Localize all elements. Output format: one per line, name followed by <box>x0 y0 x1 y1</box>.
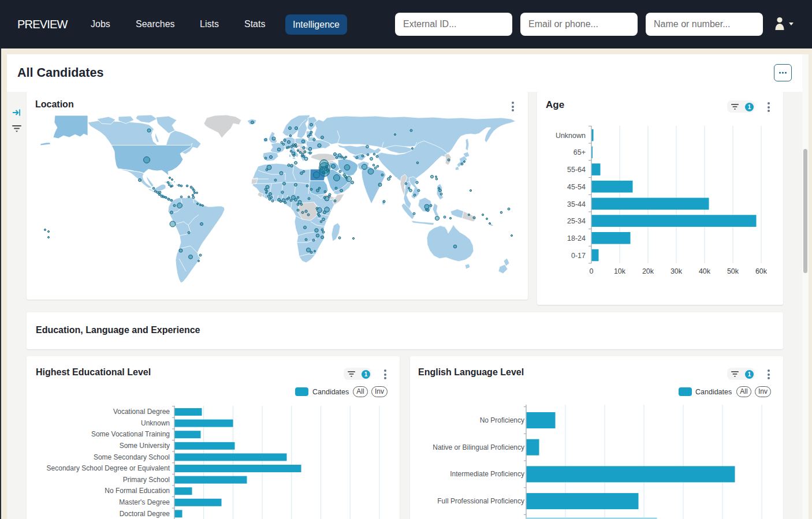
svg-text:35-44: 35-44 <box>567 200 586 208</box>
svg-text:Some Vocational Training: Some Vocational Training <box>91 430 170 438</box>
svg-text:Master's Degree: Master's Degree <box>119 498 170 506</box>
svg-text:Some University: Some University <box>120 442 170 450</box>
svg-text:18-24: 18-24 <box>567 234 586 242</box>
svg-text:20k: 20k <box>642 267 654 275</box>
svg-text:10k: 10k <box>614 267 626 275</box>
svg-text:25-34: 25-34 <box>567 217 586 225</box>
svg-text:No Proficiency: No Proficiency <box>480 416 524 424</box>
svg-text:Unknown: Unknown <box>141 419 170 427</box>
svg-text:50k: 50k <box>727 267 739 275</box>
svg-text:Primary School: Primary School <box>123 476 170 484</box>
svg-text:40k: 40k <box>699 267 711 275</box>
svg-text:Some Secondary School: Some Secondary School <box>94 453 170 461</box>
svg-text:Doctoral Degree: Doctoral Degree <box>120 510 170 518</box>
svg-text:60k: 60k <box>755 267 768 275</box>
svg-text:0: 0 <box>590 267 594 275</box>
svg-text:45-54: 45-54 <box>567 183 586 191</box>
svg-text:No Formal Education: No Formal Education <box>105 487 170 495</box>
svg-text:Intermediate Proficiency: Intermediate Proficiency <box>450 470 524 478</box>
svg-text:0-17: 0-17 <box>571 252 586 260</box>
svg-text:65+: 65+ <box>573 148 586 156</box>
svg-text:30k: 30k <box>671 267 683 275</box>
svg-text:55-64: 55-64 <box>567 166 586 174</box>
svg-text:Secondary School Degree or Equ: Secondary School Degree or Equivalent <box>47 464 170 472</box>
svg-text:Vocational Degree: Vocational Degree <box>113 408 170 416</box>
svg-text:Unknown: Unknown <box>556 132 586 140</box>
svg-text:Native or Bilingual Proficienc: Native or Bilingual Proficiency <box>433 443 524 451</box>
svg-text:Full Professional Proficiency: Full Professional Proficiency <box>437 497 524 505</box>
